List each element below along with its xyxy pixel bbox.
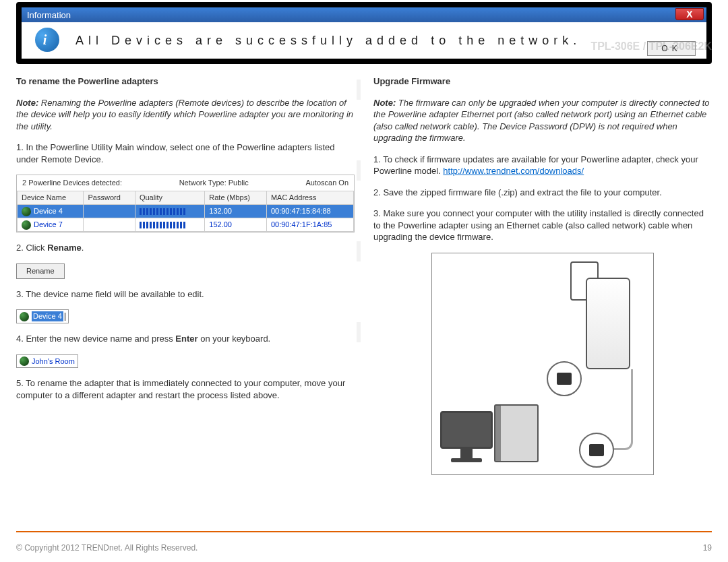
col-quality: Quality (135, 191, 204, 205)
col-rate: Rate (Mbps) (205, 191, 267, 205)
left-step1: 1. In the Powerline Utility Main window,… (16, 142, 355, 165)
network-type-label: Network Type: Public (179, 178, 249, 188)
page-footer: © Copyright 2012 TRENDnet. All Rights Re… (16, 543, 712, 553)
dialog-message: All Devices are successfully added to th… (75, 34, 581, 48)
connection-diagram (431, 253, 654, 475)
right-step1: 1. To check if firmware updates are avai… (373, 154, 712, 177)
close-icon[interactable]: X (675, 8, 704, 20)
renamed-device-field[interactable]: John's Room (16, 354, 78, 369)
note-label: Note: (16, 98, 38, 108)
left-step2: 2. Click Rename. (16, 242, 355, 254)
col-mac: MAC Address (266, 191, 353, 205)
page-header-right: TPL-306E / TPL-306E2K (590, 40, 712, 53)
device-table: 2 Powerline Devices detected: Network Ty… (16, 175, 355, 232)
monitor-base-icon (451, 458, 482, 462)
info-dialog: Information X i All Devices are successf… (16, 2, 712, 64)
right-column: Upgrade Firmware Note: The firmware can … (373, 75, 712, 527)
device-status-icon (22, 220, 31, 230)
footer-rule (16, 531, 712, 532)
autoscan-label: Autoscan On (305, 178, 348, 188)
powerline-adapter-icon (586, 278, 630, 369)
note-label: Note: (373, 98, 396, 108)
device-status-icon (20, 312, 29, 321)
info-icon: i (35, 28, 59, 52)
edit-device-name-field[interactable]: Device 4 (16, 309, 69, 323)
table-row[interactable]: Device 4 132.00 00:90:47:15:84:88 (18, 205, 354, 218)
monitor-icon (440, 411, 493, 449)
left-step5: 5. To rename the adapter that is immedia… (16, 377, 355, 401)
renamed-device-value: John's Room (32, 356, 75, 367)
copyright-text: © Copyright 2012 TRENDnet. All Rights Re… (16, 543, 198, 553)
quality-bar-icon (140, 222, 187, 228)
right-step3: 3. Make sure you connect your computer w… (373, 208, 712, 243)
right-heading: Upgrade Firmware (373, 75, 712, 88)
ethernet-port-icon (547, 361, 582, 396)
note-body: Renaming the Powerline adapters (Remote … (16, 98, 353, 131)
dialog-titlebar: Information X (22, 7, 706, 22)
downloads-link[interactable]: http://www.trendnet.com/downloads/ (443, 166, 584, 176)
table-row[interactable]: Device 7 152.00 00:90:47:1F:1A:85 (18, 218, 354, 232)
col-password: Password (84, 191, 135, 205)
device-status-icon (20, 356, 29, 366)
ethernet-port-icon (579, 433, 614, 468)
note-body: The firmware can only be upgraded when y… (373, 98, 710, 144)
left-column: To rename the Powerline adapters Note: R… (16, 75, 355, 527)
right-note: Note: The firmware can only be upgraded … (373, 97, 712, 144)
text-caret-icon (65, 313, 65, 321)
device-status-icon (22, 207, 31, 216)
left-heading: To rename the Powerline adapters (16, 75, 355, 88)
col-device-name: Device Name (18, 191, 84, 205)
right-step2: 2. Save the zipped firmware file (.zip) … (373, 187, 712, 199)
dialog-title-text: Information (27, 10, 71, 20)
rename-button[interactable]: Rename (16, 263, 65, 279)
left-step3: 3. The device name field will be availab… (16, 288, 355, 301)
left-note: Note: Renaming the Powerline adapters (R… (16, 97, 355, 133)
left-step4: 4. Enter the new device name and press E… (16, 333, 355, 345)
quality-bar-icon (140, 208, 187, 215)
devices-detected-label: 2 Powerline Devices detected: (22, 178, 122, 188)
device-table-header: 2 Powerline Devices detected: Network Ty… (17, 175, 354, 191)
table-header-row: Device Name Password Quality Rate (Mbps)… (18, 191, 354, 205)
edit-device-name-value: Device 4 (32, 311, 63, 321)
computer-tower-icon (494, 404, 539, 462)
page-number: 19 (703, 543, 712, 553)
